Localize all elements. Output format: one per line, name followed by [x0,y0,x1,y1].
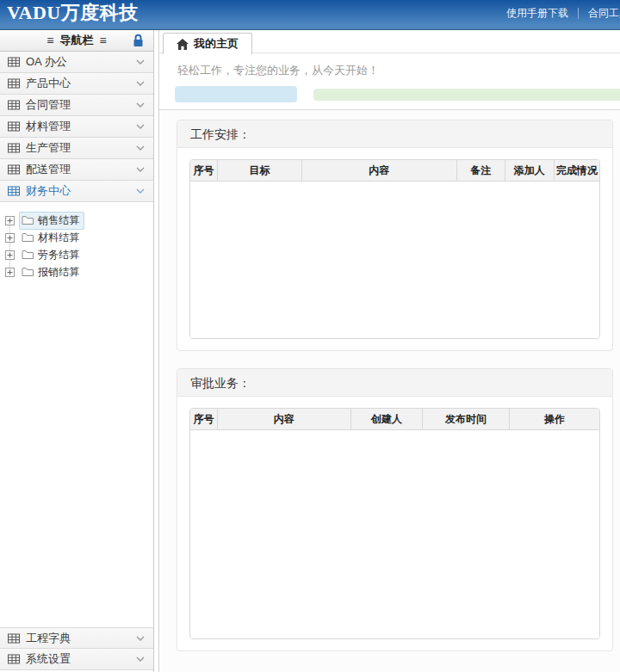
grid-icon [8,654,20,664]
tab-bar: 我的主页 [159,30,620,53]
chevron-down-icon [136,657,145,662]
tab-label: 我的主页 [194,36,239,52]
contract-tools-link[interactable]: 合同工具 [588,6,620,21]
manual-download-link[interactable]: 使用手册下载 [506,6,568,21]
chevron-down-icon [136,59,145,65]
welcome-text: 轻松工作，专注您的业务，从今天开始！ [177,63,620,78]
chevron-down-icon [136,81,145,86]
tree-item-label: 材料结算 [38,231,79,245]
top-header-bar: VADU万度科技 使用手册下载 合同工具 [0,0,620,26]
chevron-down-icon [136,145,145,151]
sidebar: ≡ 导航栏 ≡ OA 办公 产品中心 合同管理 [0,30,154,672]
grid-icon [8,143,20,153]
tree-item-material-settlement[interactable]: 材料结算 [5,229,153,246]
page: VADU万度科技 使用手册下载 合同工具 ≡ 导航栏 ≡ OA 办公 产品 [0,0,620,672]
hamburger-icon-left: ≡ [46,34,53,46]
chevron-down-icon [136,636,145,641]
sidebar-menu-bottom: 工程字典 系统设置 [0,627,153,670]
column-header: 发布时间 [423,409,510,429]
folder-icon [22,250,34,260]
sidebar-item-material-management[interactable]: 材料管理 [0,116,153,138]
folder-icon [22,232,34,243]
plus-box-icon[interactable] [5,250,15,260]
header-links: 使用手册下载 合同工具 [506,0,620,26]
tree-node[interactable]: 材料结算 [19,229,84,247]
sidebar-item-oa-office[interactable]: OA 办公 [0,52,153,73]
sidebar-item-label: OA 办公 [26,54,136,70]
tree-item-label: 报销结算 [38,265,79,280]
tree-item-expense-settlement[interactable]: 报销结算 [5,263,153,281]
home-icon [177,39,189,50]
tree-item-labor-settlement[interactable]: 劳务结算 [5,246,153,263]
chevron-down-icon [136,102,145,108]
grid-icon [8,57,20,67]
approval-business-table: 序号 内容 创建人 发布时间 操作 [189,408,600,639]
sidebar-item-label: 合同管理 [26,97,136,113]
finance-subtree: 销售结算 材料结算 劳务结算 [0,202,153,281]
sidebar-item-production-management[interactable]: 生产管理 [0,138,153,159]
tree-item-sales-settlement[interactable]: 销售结算 [5,212,153,229]
table-body-empty [190,182,599,338]
sidebar-title: 导航栏 [60,33,94,48]
panel-work-schedule: 工作安排： 序号 目标 内容 备注 添加人 完成情况 [177,120,613,351]
plus-box-icon[interactable] [5,268,15,277]
app-logo: VADU万度科技 [7,0,139,26]
column-header: 添加人 [505,160,555,181]
sidebar-item-product-center[interactable]: 产品中心 [0,73,153,95]
sidebar-item-contract-management[interactable]: 合同管理 [0,95,153,116]
lock-icon[interactable] [133,34,144,47]
tree-node[interactable]: 劳务结算 [19,246,84,264]
sidebar-item-finance-center[interactable]: 财务中心 [0,181,153,202]
column-header: 序号 [190,409,218,429]
column-header: 目标 [218,160,302,181]
plus-box-icon[interactable] [5,216,15,225]
grid-icon [8,78,20,89]
panel-approval-business: 审批业务： 序号 内容 创建人 发布时间 操作 [177,368,613,651]
sidebar-item-delivery-management[interactable]: 配送管理 [0,159,153,181]
info-bar [175,86,297,102]
sidebar-item-label: 产品中心 [26,76,136,91]
table-header-row: 序号 内容 创建人 发布时间 操作 [190,409,599,430]
chevron-down-icon [136,188,145,194]
grid-icon [8,121,20,132]
folder-icon [22,267,34,277]
chevron-down-icon [136,167,145,172]
table-header-row: 序号 目标 内容 备注 添加人 完成情况 [190,160,599,182]
tree-item-label: 销售结算 [38,213,79,228]
tree-node[interactable]: 报销结算 [19,263,84,281]
tab-my-homepage[interactable]: 我的主页 [163,33,252,54]
panel-title: 审批业务： [177,369,612,397]
grid-icon [8,100,20,110]
plus-box-icon[interactable] [5,233,15,243]
tree-item-label: 劳务结算 [38,248,79,262]
column-header: 备注 [457,160,505,181]
folder-icon [22,215,34,225]
panel-body: 序号 目标 内容 备注 添加人 完成情况 [177,148,612,350]
sidebar-item-label: 生产管理 [26,140,136,156]
sidebar-item-label: 系统设置 [26,651,136,667]
sidebar-item-system-settings[interactable]: 系统设置 [0,649,153,670]
column-header: 操作 [510,409,599,429]
work-schedule-table: 序号 目标 内容 备注 添加人 完成情况 [189,159,600,339]
panel-body: 序号 内容 创建人 发布时间 操作 [177,397,612,650]
panel-title: 工作安排： [177,120,612,148]
success-bar [313,89,620,101]
hamburger-icon-right: ≡ [100,34,107,46]
column-header: 序号 [190,160,218,181]
column-header: 内容 [302,160,457,181]
sidebar-item-label: 材料管理 [26,119,136,134]
sidebar-item-label: 工程字典 [26,631,136,646]
sidebar-menu: OA 办公 产品中心 合同管理 材料管理 生产管理 [0,52,153,202]
grid-icon [8,186,20,196]
main-content: 我的主页 轻松工作，专注您的业务，从今天开始！ 工作安排： 序号 目标 内容 备… [158,30,620,672]
dashboard-area: 工作安排： 序号 目标 内容 备注 添加人 完成情况 [159,109,620,672]
grid-icon [8,633,20,644]
header-link-separator [578,8,579,19]
column-header: 内容 [218,409,351,429]
tree-node[interactable]: 销售结算 [19,212,84,230]
sidebar-item-label: 财务中心 [26,183,136,199]
sidebar-header: ≡ 导航栏 ≡ [0,30,153,52]
sidebar-item-project-dictionary[interactable]: 工程字典 [0,627,153,649]
column-header: 创建人 [351,409,424,429]
grid-icon [8,164,20,175]
